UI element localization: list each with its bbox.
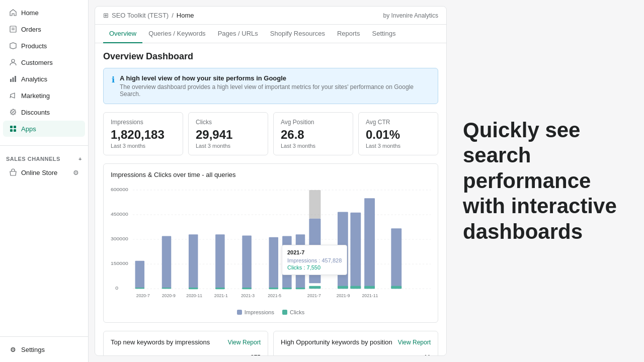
products-icon	[9, 42, 17, 50]
svg-text:150000: 150000	[111, 261, 128, 266]
svg-text:600000: 600000	[111, 187, 128, 192]
svg-rect-27	[162, 236, 172, 289]
chart-container[interactable]: 600000 450000 300000 150000 0	[111, 185, 431, 305]
svg-rect-37	[242, 288, 252, 289]
sidebar-item-customers[interactable]: Customers	[3, 54, 85, 70]
metric-card-impressions: Impressions 1,820,183 Last 3 months	[103, 112, 183, 155]
svg-rect-45	[296, 288, 305, 289]
tooltip-clicks: Clicks : 7,550	[287, 264, 342, 270]
sidebar-item-label: Discounts	[21, 109, 50, 116]
tooltip-date: 2021-7	[287, 249, 342, 255]
svg-rect-59	[391, 286, 401, 289]
tab-reports[interactable]: Reports	[331, 25, 366, 43]
svg-text:2020-9: 2020-9	[162, 293, 176, 298]
svg-rect-30	[189, 234, 198, 289]
tab-shopify[interactable]: Shopify Resources	[264, 25, 331, 43]
sidebar-item-settings[interactable]: ⚙ Settings	[3, 341, 85, 357]
chart-tooltip: 2021-7 Impressions : 457,828 Clicks : 7,…	[282, 245, 347, 275]
kbar	[130, 355, 142, 356]
card-title: High Opportunity keywords by position	[281, 338, 392, 346]
sidebar-item-label: Orders	[21, 26, 41, 33]
keyword-count: 875	[251, 354, 261, 356]
tab-settings[interactable]: Settings	[366, 25, 401, 43]
card-header: High Opportunity keywords by position Vi…	[281, 338, 431, 346]
svg-text:2021-7: 2021-7	[307, 293, 321, 298]
metric-value: 1,820,183	[111, 128, 176, 142]
chart-title: Impressions & Clicks over time - all que…	[111, 171, 431, 178]
sidebar-item-apps[interactable]: Apps	[3, 121, 85, 137]
sidebar-item-marketing[interactable]: Marketing	[3, 87, 85, 104]
kbar	[160, 355, 168, 356]
tab-overview[interactable]: Overview	[103, 25, 142, 43]
legend-clicks-label: Clicks	[290, 309, 304, 315]
online-store-gear-icon[interactable]: ⚙	[73, 169, 79, 176]
store-icon	[9, 168, 17, 176]
svg-rect-31	[189, 288, 198, 289]
svg-rect-43	[282, 288, 292, 289]
breadcrumb-page: Home	[177, 12, 194, 19]
promo-heading: Quickly see search performance with inte…	[463, 118, 634, 244]
svg-rect-13	[14, 129, 16, 132]
svg-rect-11	[14, 126, 16, 128]
tab-pages[interactable]: Pages / URLs	[212, 25, 264, 43]
metric-card-avg-ctr: Avg CTR 0.01% Last 3 months	[358, 112, 438, 155]
kbar	[111, 355, 114, 356]
tab-queries[interactable]: Queries / Keywords	[142, 25, 211, 43]
marketing-icon	[9, 92, 17, 100]
svg-rect-48	[309, 286, 320, 289]
metric-period: Last 3 months	[366, 143, 431, 149]
view-report-link[interactable]: View Report	[228, 339, 261, 346]
metric-period: Last 3 months	[196, 143, 261, 149]
sidebar-item-orders[interactable]: Orders	[3, 21, 85, 37]
legend-clicks: Clicks	[282, 309, 304, 315]
svg-rect-53	[350, 213, 361, 289]
sidebar-item-discounts[interactable]: Discounts	[3, 104, 85, 120]
view-report-link-2[interactable]: View Report	[398, 339, 431, 346]
app-breadcrumb: ⊞ SEO Toolkit (TEST) / Home	[103, 12, 194, 19]
discounts-icon	[9, 108, 17, 116]
sidebar-item-products[interactable]: Products	[3, 38, 85, 54]
sidebar-item-home[interactable]: Home	[3, 5, 85, 21]
metric-card-clicks: Clicks 29,941 Last 3 months	[188, 112, 268, 155]
sidebar-item-label: Home	[21, 9, 39, 17]
svg-rect-28	[162, 288, 172, 289]
metric-period: Last 3 months	[111, 143, 176, 149]
tooltip-impressions: Impressions : 457,828	[287, 257, 342, 263]
svg-rect-0	[10, 26, 16, 32]
svg-text:2021-9: 2021-9	[337, 293, 350, 298]
svg-rect-5	[13, 77, 14, 82]
sidebar-item-online-store[interactable]: Online Store ⚙	[3, 164, 85, 180]
svg-text:300000: 300000	[111, 236, 128, 242]
analytics-icon	[9, 75, 17, 83]
orders-icon	[9, 25, 17, 33]
svg-point-3	[12, 59, 15, 62]
sidebar-item-label: Apps	[21, 125, 36, 133]
sidebar-item-analytics[interactable]: Analytics	[3, 71, 85, 87]
svg-point-9	[14, 113, 15, 114]
kbar	[155, 355, 159, 356]
add-channel-icon[interactable]: +	[78, 156, 82, 162]
kbar	[147, 355, 151, 356]
keyword-row-1: 875	[111, 352, 261, 356]
metric-label: Avg CTR	[366, 119, 431, 126]
bottom-cards: Top new keywords by impressions View Rep…	[103, 331, 438, 356]
metric-label: Avg Position	[281, 119, 346, 126]
app-header: ⊞ SEO Toolkit (TEST) / Home by Invenire …	[95, 7, 446, 25]
svg-rect-10	[10, 126, 13, 128]
metric-card-avg-position: Avg Position 26.8 Last 3 months	[273, 112, 353, 155]
svg-rect-58	[391, 228, 401, 289]
svg-text:2021-5: 2021-5	[268, 293, 281, 298]
svg-rect-34	[215, 288, 225, 289]
dashboard: Overview Dashboard ℹ A high level view o…	[95, 43, 446, 356]
svg-rect-33	[215, 234, 225, 289]
svg-rect-4	[10, 79, 12, 82]
banner-heading: A high level view of how your site perfo…	[120, 74, 430, 82]
svg-text:0: 0	[115, 286, 118, 291]
sidebar-divider	[0, 145, 88, 146]
banner-content: A high level view of how your site perfo…	[120, 74, 430, 98]
app-grid-icon: ⊞	[103, 12, 109, 19]
main-area: ⊞ SEO Toolkit (TEST) / Home by Invenire …	[89, 0, 644, 362]
metric-value: 0.01%	[366, 128, 431, 142]
app-name: SEO Toolkit (TEST)	[112, 12, 169, 19]
kbar	[281, 355, 308, 356]
